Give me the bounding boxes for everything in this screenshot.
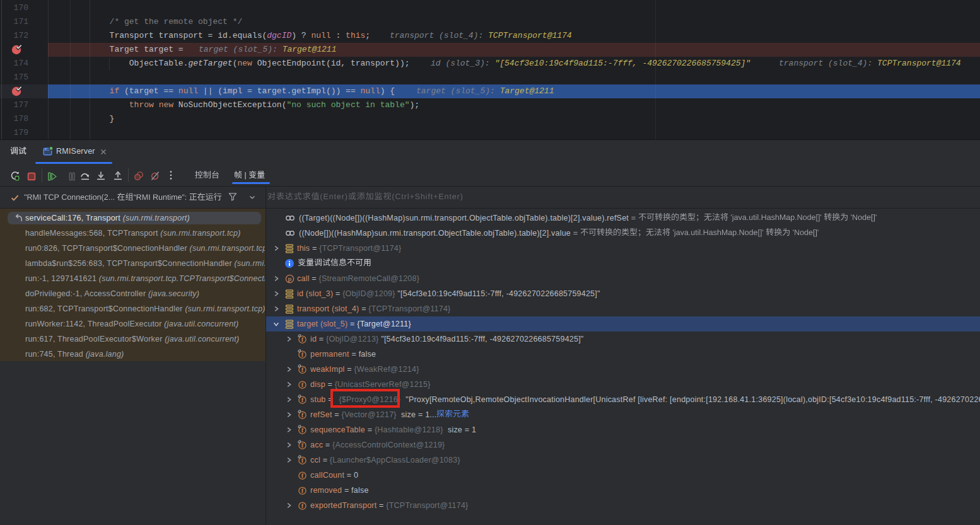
svg-text:f: f — [301, 412, 304, 418]
svg-text:f: f — [301, 472, 304, 479]
svg-text:f: f — [301, 427, 304, 434]
svg-text:f: f — [301, 502, 304, 509]
svg-text:f: f — [301, 442, 304, 449]
svg-text:f: f — [301, 396, 304, 403]
svg-text:f: f — [301, 381, 304, 388]
svg-text:f: f — [301, 366, 304, 373]
svg-text:f: f — [301, 336, 304, 343]
svg-text:p: p — [288, 275, 292, 282]
svg-text:f: f — [301, 351, 304, 358]
svg-text:f: f — [301, 457, 304, 464]
svg-text:f: f — [301, 487, 304, 494]
